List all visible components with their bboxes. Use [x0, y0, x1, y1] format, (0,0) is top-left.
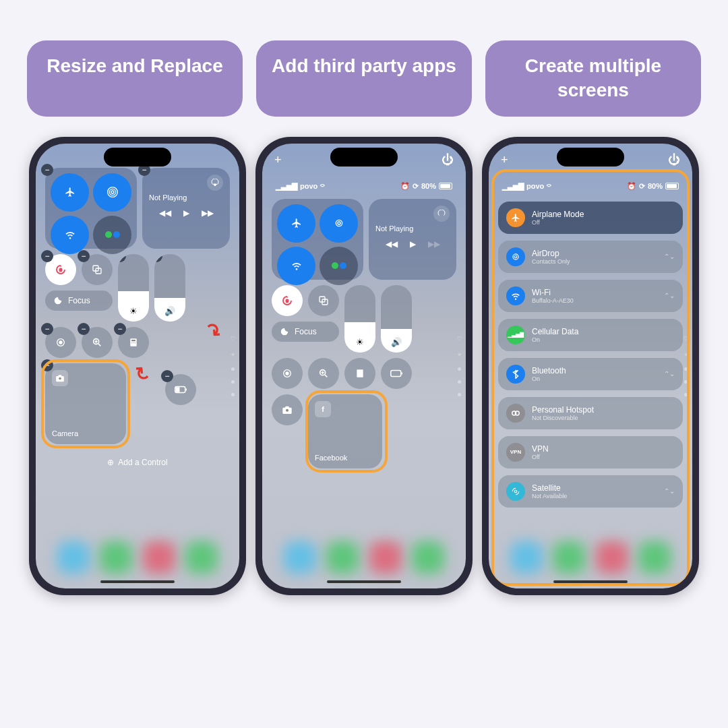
settings-title: Personal Hotspot — [532, 405, 668, 415]
low-power[interactable]: − — [165, 374, 196, 405]
magnifier[interactable]: − — [82, 327, 113, 358]
forward-icon[interactable]: ▶▶ — [202, 208, 214, 218]
magnifier[interactable] — [308, 358, 339, 389]
settings-list: Airplane ModeOff AirDropContacts Only ⌃⌄… — [498, 199, 683, 510]
camera-button[interactable] — [272, 394, 303, 425]
settings-row-cellular-data[interactable]: ▁▃▅▇ Cellular DataOn — [498, 319, 683, 351]
screen-mirroring[interactable] — [308, 285, 339, 316]
svg-point-13 — [135, 342, 135, 343]
svg-point-1 — [109, 189, 115, 195]
add-control-button[interactable]: ⊕ Add a Control — [45, 458, 230, 467]
focus-button[interactable]: Focus — [272, 322, 339, 342]
cellular-bluetooth-toggle[interactable] — [93, 216, 131, 254]
volume-slider[interactable]: 🔊 — [381, 285, 412, 353]
dock-blur — [36, 541, 239, 574]
home-indicator[interactable] — [100, 580, 175, 583]
status-right: ⏰ ⟳ 80% — [627, 182, 679, 191]
media-widget[interactable]: − Not Playing ◀◀ ▶ ▶▶ — [142, 168, 230, 249]
airplane-toggle[interactable] — [51, 173, 89, 212]
settings-row-satellite[interactable]: SatelliteNot Available ⌃⌄ — [498, 475, 683, 508]
power-icon[interactable]: ⏻ — [668, 153, 680, 167]
rewind-icon[interactable]: ◀◀ — [386, 239, 398, 249]
remove-badge-icon[interactable]: − — [41, 164, 53, 176]
plus-circle-icon: ⊕ — [107, 458, 114, 467]
settings-row-bluetooth[interactable]: BluetoothOn ⌃⌄ — [498, 358, 683, 390]
svg-point-27 — [286, 408, 289, 411]
alarm-icon: ⏰ — [400, 182, 410, 191]
remove-badge-icon[interactable]: − — [78, 250, 90, 262]
settings-row-wi-fi[interactable]: Wi-FiBuffalo-A-AE30 ⌃⌄ — [498, 280, 683, 312]
media-widget[interactable]: Not Playing ◀◀▶▶▶ — [369, 199, 456, 280]
settings-title: Satellite — [532, 483, 657, 493]
remove-badge-icon[interactable]: − — [154, 254, 162, 262]
wifi-toggle[interactable] — [51, 216, 89, 254]
wifi-icon: ⌔ — [547, 182, 551, 190]
home-indicator[interactable] — [327, 580, 401, 583]
svg-rect-19 — [286, 299, 289, 302]
facebook-label: Facebook — [315, 454, 347, 462]
low-power[interactable] — [381, 358, 412, 389]
page-indicator: ♡ ⟡ — [457, 336, 462, 396]
phone-2: + ⏻ ▁▃▅▇ povo ⌔ ⏰ ⟳ 80% Not Playing ◀◀▶▶… — [255, 137, 473, 595]
rewind-icon[interactable]: ◀◀ — [159, 208, 171, 218]
chevron-icon: ⌃⌄ — [664, 253, 675, 260]
settings-row-airdrop[interactable]: AirDropContacts Only ⌃⌄ — [498, 241, 683, 273]
add-button[interactable]: + — [501, 153, 508, 167]
wave-icon: ⟡ — [684, 351, 688, 358]
lock-icon: ⟳ — [639, 182, 645, 191]
svg-rect-3 — [60, 268, 62, 271]
airplay-icon[interactable] — [433, 206, 450, 222]
settings-sub: Off — [532, 454, 668, 460]
home-indicator[interactable] — [553, 580, 628, 583]
heart-icon: ♡ — [457, 336, 462, 342]
focus-button[interactable]: −Focus — [45, 291, 113, 311]
calculator[interactable]: − — [118, 327, 149, 358]
settings-row-personal-hotspot[interactable]: Personal HotspotNot Discoverable — [498, 397, 683, 429]
status-left: ▁▃▅▇ povo ⌔ — [502, 182, 551, 191]
add-button[interactable]: + — [274, 153, 282, 167]
sun-icon: ☀ — [356, 337, 364, 347]
wave-icon: ⟡ — [458, 351, 461, 358]
brightness-slider[interactable]: ☀ — [344, 285, 375, 353]
connectivity-group[interactable] — [272, 199, 363, 280]
remove-badge-icon[interactable]: − — [41, 359, 53, 371]
remove-badge-icon[interactable]: − — [78, 323, 90, 335]
connectivity-group[interactable]: − — [45, 168, 137, 249]
play-icon[interactable]: ▶ — [183, 208, 189, 218]
svg-point-11 — [131, 342, 132, 343]
airdrop-toggle[interactable] — [320, 204, 358, 243]
remove-badge-icon[interactable]: − — [114, 323, 126, 335]
camera-icon — [52, 370, 68, 386]
power-icon[interactable]: ⏻ — [442, 153, 454, 167]
camera-widget[interactable]: − Camera — [45, 363, 126, 444]
settings-row-vpn[interactable]: VPN VPNOff — [498, 436, 683, 468]
remove-badge-icon[interactable]: − — [41, 250, 53, 262]
airplane-toggle[interactable] — [277, 204, 315, 243]
svg-point-29 — [513, 254, 518, 260]
airplay-icon[interactable] — [207, 175, 223, 191]
screen-record[interactable]: − — [45, 327, 76, 358]
remove-badge-icon[interactable]: − — [36, 144, 44, 152]
swap-arrow-icon: ↷ — [200, 317, 226, 344]
signal-icon: ▁▃▅▇ — [276, 182, 297, 191]
settings-icon: VPN — [506, 443, 525, 462]
header-1: Resize and Replace — [27, 40, 243, 117]
remove-badge-icon[interactable]: − — [161, 370, 173, 382]
screen-record[interactable] — [272, 358, 303, 389]
remove-badge-icon[interactable]: − — [118, 254, 126, 262]
wifi-toggle[interactable] — [277, 247, 315, 285]
remove-badge-icon[interactable]: − — [41, 323, 53, 335]
forward-icon[interactable]: ▶▶ — [428, 239, 440, 249]
play-icon[interactable]: ▶ — [410, 239, 416, 249]
calculator[interactable] — [344, 358, 375, 389]
orientation-lock[interactable]: − — [45, 254, 76, 285]
settings-row-airplane-mode[interactable]: Airplane ModeOff — [498, 202, 683, 234]
screen-mirroring[interactable]: − — [82, 254, 113, 285]
brightness-slider[interactable]: −☀ — [118, 254, 149, 322]
airdrop-toggle[interactable] — [93, 173, 131, 212]
cellular-bluetooth-toggle[interactable] — [320, 247, 358, 285]
volume-slider[interactable]: −🔊 — [154, 254, 185, 322]
orientation-lock[interactable] — [272, 285, 303, 316]
facebook-widget[interactable]: f Facebook — [308, 394, 382, 468]
settings-title: Wi-Fi — [532, 288, 657, 297]
